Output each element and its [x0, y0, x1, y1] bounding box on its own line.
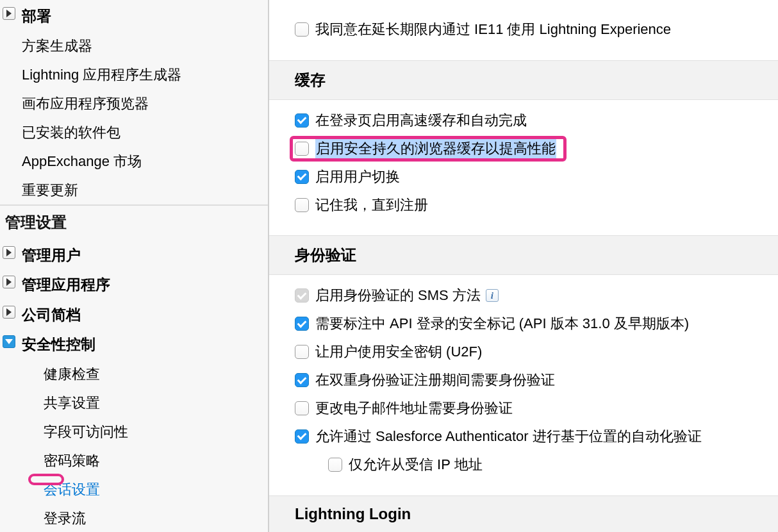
- section-header-admin: 管理设置: [0, 206, 268, 240]
- checkbox[interactable]: [295, 142, 309, 156]
- nav-label: 已安装的软件包: [22, 122, 120, 143]
- checkbox[interactable]: [328, 458, 342, 472]
- checkbox[interactable]: [295, 401, 309, 415]
- nav-label: 方案生成器: [22, 35, 92, 56]
- sidebar-section-admin: 管理用户 管理应用程序 公司简档 安全性控制 健康检查 共享设置 字段可访问性 …: [0, 240, 268, 533]
- main-content: 我同意在延长期限内通过 IE11 使用 Lightning Experience…: [269, 0, 778, 532]
- expand-icon[interactable]: [3, 306, 15, 319]
- setting-enable-login-cache: 在登录页启用高速缓存和自动完成: [269, 106, 778, 135]
- nav-label: 画布应用程序预览器: [22, 93, 149, 114]
- nav-label: 登录流: [44, 508, 86, 529]
- setting-label: 启用安全持久的浏览器缓存以提高性能: [315, 138, 556, 159]
- checkbox-disabled: [295, 288, 309, 303]
- sidebar-item-solution-builder[interactable]: 方案生成器: [0, 31, 268, 60]
- setting-label: 仅允许从受信 IP 地址: [349, 454, 483, 475]
- checkbox[interactable]: [295, 113, 309, 128]
- nav-label: 会话设置: [44, 479, 100, 500]
- sidebar-item-deploy[interactable]: 部署: [0, 1, 268, 31]
- setting-sf-authenticator-location: 允许通过 Salesforce Authenticator 进行基于位置的自动化…: [269, 422, 778, 451]
- nav-label: AppExchange 市场: [22, 151, 142, 172]
- nav-label: 部署: [22, 5, 51, 28]
- sidebar-item-manage-apps[interactable]: 管理应用程序: [0, 270, 268, 300]
- sidebar-item-sharing-settings[interactable]: 共享设置: [0, 388, 268, 417]
- section-title-cache: 缓存: [269, 60, 778, 100]
- setting-secure-browser-cache: 启用安全持久的浏览器缓存以提高性能: [269, 135, 778, 163]
- nav-label: 公司简档: [22, 304, 81, 326]
- setting-label: 在登录页启用高速缓存和自动完成: [315, 110, 527, 131]
- setting-label: 记住我，直到注册: [315, 195, 428, 215]
- checkbox[interactable]: [295, 198, 309, 212]
- sidebar-item-appexchange[interactable]: AppExchange 市场: [0, 147, 268, 176]
- checkbox[interactable]: [295, 22, 309, 37]
- sidebar-item-health-check[interactable]: 健康检查: [0, 360, 268, 388]
- expand-icon[interactable]: [3, 276, 15, 288]
- setting-label: 更改电子邮件地址需要身份验证: [315, 398, 513, 419]
- sidebar-item-critical-updates[interactable]: 重要更新: [0, 176, 268, 204]
- sidebar: 部署 方案生成器 Lightning 应用程序生成器 画布应用程序预览器 已安装…: [0, 0, 269, 532]
- sidebar-item-field-accessibility[interactable]: 字段可访问性: [0, 417, 268, 446]
- setting-label: 允许通过 Salesforce Authenticator 进行基于位置的自动化…: [315, 426, 702, 447]
- nav-label: 管理用户: [22, 244, 81, 267]
- nav-label: 重要更新: [22, 179, 78, 201]
- checkbox[interactable]: [295, 429, 309, 444]
- setting-enable-user-switch: 启用用户切换: [269, 163, 778, 191]
- setting-trusted-ip-only: 仅允许从受信 IP 地址: [269, 451, 778, 479]
- info-icon[interactable]: i: [486, 289, 499, 302]
- nav-label: 密码策略: [44, 450, 100, 471]
- setting-2fa-register-auth: 在双重身份验证注册期间需要身份验证: [269, 366, 778, 394]
- sidebar-item-lightning-app-builder[interactable]: Lightning 应用程序生成器: [0, 60, 268, 89]
- checkbox[interactable]: [295, 170, 309, 184]
- setting-u2f: 让用户使用安全密钥 (U2F): [269, 338, 778, 366]
- nav-label: 共享设置: [44, 392, 100, 413]
- setting-label: 让用户使用安全密钥 (U2F): [315, 342, 482, 362]
- setting-remember-me: 记住我，直到注册: [269, 191, 778, 219]
- setting-sms-auth: 启用身份验证的 SMS 方法 i: [269, 281, 778, 310]
- sidebar-item-password-policies[interactable]: 密码策略: [0, 446, 268, 475]
- sidebar-item-company-profile[interactable]: 公司简档: [0, 300, 268, 330]
- setting-label: 我同意在延长期限内通过 IE11 使用 Lightning Experience: [315, 19, 671, 40]
- setting-ie11-consent: 我同意在延长期限内通过 IE11 使用 Lightning Experience: [269, 15, 778, 44]
- setting-api-security-token: 需要标注中 API 登录的安全标记 (API 版本 31.0 及早期版本): [269, 310, 778, 338]
- sidebar-section-deploy: 部署 方案生成器 Lightning 应用程序生成器 画布应用程序预览器 已安装…: [0, 1, 268, 204]
- sidebar-item-canvas-app-previewer[interactable]: 画布应用程序预览器: [0, 89, 268, 118]
- sidebar-item-security-controls[interactable]: 安全性控制: [0, 329, 268, 360]
- nav-label: Lightning 应用程序生成器: [22, 64, 181, 85]
- checkbox[interactable]: [295, 345, 309, 359]
- sidebar-item-installed-packages[interactable]: 已安装的软件包: [0, 118, 268, 147]
- setting-email-change-auth: 更改电子邮件地址需要身份验证: [269, 394, 778, 422]
- setting-label: 需要标注中 API 登录的安全标记 (API 版本 31.0 及早期版本): [315, 313, 689, 334]
- collapse-icon[interactable]: [3, 335, 15, 348]
- nav-label: 管理应用程序: [22, 274, 110, 296]
- section-title-auth: 身份验证: [269, 235, 778, 275]
- nav-label: 健康检查: [44, 363, 100, 385]
- nav-label: 安全性控制: [22, 333, 95, 356]
- expand-icon[interactable]: [3, 7, 15, 20]
- checkbox[interactable]: [295, 373, 309, 387]
- sidebar-item-login-flows[interactable]: 登录流: [0, 504, 268, 533]
- sidebar-item-manage-users[interactable]: 管理用户: [0, 240, 268, 270]
- nav-label: 字段可访问性: [44, 421, 128, 442]
- setting-label: 启用用户切换: [315, 167, 400, 187]
- expand-icon[interactable]: [3, 246, 15, 259]
- checkbox[interactable]: [295, 317, 309, 331]
- setting-label: 启用身份验证的 SMS 方法: [315, 285, 481, 306]
- sidebar-item-session-settings[interactable]: 会话设置: [0, 475, 268, 504]
- section-title-lightning-login: Lightning Login: [269, 495, 778, 532]
- setting-label: 在双重身份验证注册期间需要身份验证: [315, 370, 555, 390]
- highlight-marker: 启用安全持久的浏览器缓存以提高性能: [295, 138, 556, 159]
